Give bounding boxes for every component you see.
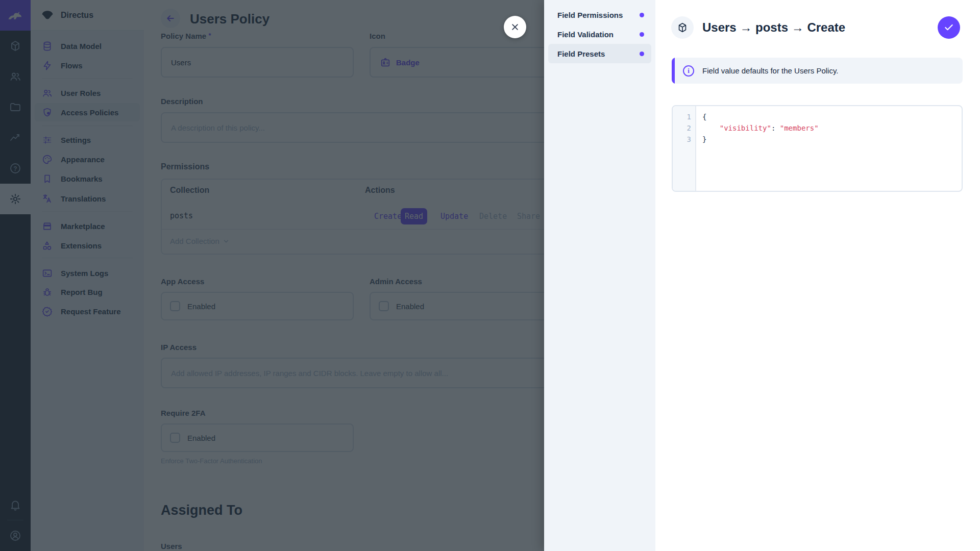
drawer-overlay[interactable] — [0, 0, 544, 551]
check-icon — [944, 22, 954, 33]
line-number: 2 — [676, 124, 691, 132]
drawer-header-icon — [671, 16, 694, 39]
menu-item-label: Field Presets — [557, 49, 605, 58]
editor-gutter: 1 2 3 — [673, 106, 696, 191]
drawer-panel: Users → posts → Create i Field value def… — [655, 0, 980, 551]
drawer-section-menu: Field Permissions Field Validation Field… — [544, 0, 655, 551]
status-dot — [640, 32, 644, 37]
code-line: "visibility": "members" — [702, 124, 819, 132]
menu-item-label: Field Validation — [557, 30, 614, 39]
status-dot — [640, 13, 644, 17]
close-icon — [510, 22, 520, 32]
line-number: 1 — [676, 113, 691, 121]
drawer-title: Users → posts → Create — [702, 20, 845, 35]
menu-item-field-validation[interactable]: Field Validation — [548, 24, 651, 44]
banner-accent-stripe — [672, 58, 675, 84]
info-icon: i — [683, 65, 694, 77]
menu-item-label: Field Permissions — [557, 11, 623, 19]
info-banner-text: Field value defaults for the Users Polic… — [702, 66, 839, 75]
confirm-button[interactable] — [938, 16, 960, 39]
menu-item-field-presets[interactable]: Field Presets — [548, 44, 651, 63]
line-number: 3 — [676, 135, 691, 143]
code-line: } — [702, 135, 706, 143]
status-dot — [640, 52, 644, 56]
close-drawer-button[interactable] — [504, 16, 526, 38]
menu-item-field-permissions[interactable]: Field Permissions — [548, 5, 651, 24]
presets-code-editor[interactable]: 1 2 3 { "visibility": "members" } — [672, 105, 963, 192]
code-line: { — [702, 113, 706, 121]
cube-icon — [677, 22, 688, 33]
info-banner: i Field value defaults for the Users Pol… — [672, 58, 963, 84]
